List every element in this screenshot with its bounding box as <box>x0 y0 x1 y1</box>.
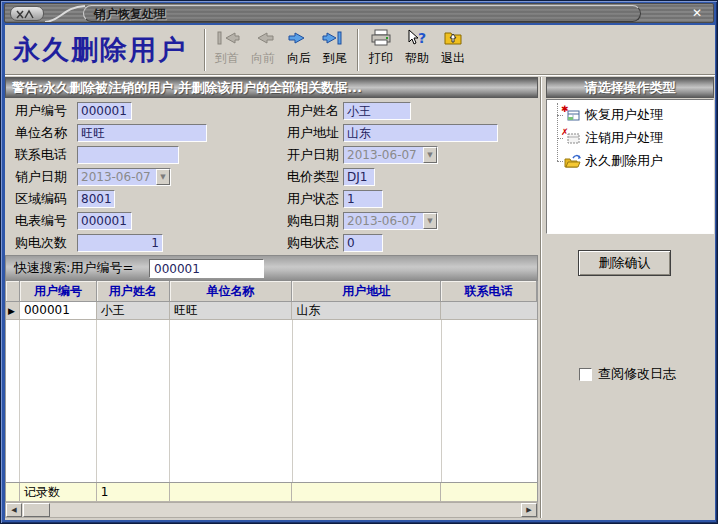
go-last-button[interactable]: 到尾 <box>317 28 353 72</box>
user-status-field[interactable]: 1 <box>343 190 383 208</box>
help-label: 帮助 <box>405 51 429 65</box>
address-field[interactable]: 山东 <box>343 124 498 142</box>
close-icon[interactable]: ✕ <box>689 6 705 21</box>
go-previous-button[interactable]: 向前 <box>245 28 281 72</box>
purchase-count-field[interactable]: 1 <box>77 234 163 252</box>
user-id-label: 用户编号 <box>15 102 77 120</box>
print-button[interactable]: 打印 <box>363 28 399 72</box>
action-button-group: 打印 ? 帮助 <box>363 28 471 72</box>
search-bar: 快速搜索:用户编号= <box>5 255 538 281</box>
tree-item-restore-user[interactable]: ✱ 恢复用户处理 <box>563 105 663 125</box>
toolbar-separator <box>204 29 206 71</box>
view-log-label: 查阅修改日志 <box>598 365 676 383</box>
user-id-field[interactable]: 000001 <box>77 102 132 120</box>
column-header-user-id[interactable]: 用户编号 <box>20 281 97 302</box>
new-mark-icon: ✱ <box>561 104 569 114</box>
table-cell-user-id[interactable]: 000001 <box>20 302 97 320</box>
meter-no-label: 电表编号 <box>15 212 77 230</box>
open-date-value: 2013-06-07 <box>344 147 423 163</box>
close-date-field[interactable]: 2013-06-07 ▼ <box>77 168 171 186</box>
table-cell-phone[interactable] <box>441 302 537 320</box>
exit-button[interactable]: 退出 <box>435 28 471 72</box>
user-table: 用户编号 用户姓名 单位名称 用户地址 联系电话 ▶ 000001 小王 旺旺 … <box>5 281 538 518</box>
table-cell-user-name[interactable]: 小王 <box>97 302 170 320</box>
svg-text:?: ? <box>418 30 426 46</box>
scrollbar-thumb[interactable] <box>23 503 50 517</box>
table-cell-unit-name[interactable]: 旺旺 <box>170 302 293 320</box>
table-cell-address[interactable]: 山东 <box>292 302 441 320</box>
column-header-phone[interactable]: 联系电话 <box>441 281 537 302</box>
titlebar-swoosh <box>45 4 85 23</box>
view-log-checkbox-row[interactable]: 查阅修改日志 <box>579 365 676 383</box>
column-header-user-name[interactable]: 用户姓名 <box>97 281 170 302</box>
go-previous-icon <box>250 28 276 48</box>
table-footer-row: 记录数 1 <box>6 482 537 502</box>
purchase-date-field[interactable]: 2013-06-07 ▼ <box>343 212 438 230</box>
operation-tree: ✱ 恢复用户处理 ✗ 注销用户处理 <box>546 99 714 234</box>
footer-selector-cell <box>6 483 20 502</box>
phone-label: 联系电话 <box>15 146 77 164</box>
tree-item-delete-user[interactable]: 永久删除用户 <box>563 151 663 171</box>
help-button[interactable]: ? 帮助 <box>399 28 435 72</box>
purchase-date-label: 购电日期 <box>287 212 343 230</box>
tree-item-cancel-user[interactable]: ✗ 注销用户处理 <box>563 128 663 148</box>
meter-no-field[interactable]: 000001 <box>77 212 132 230</box>
delete-confirm-button[interactable]: 删除确认 <box>578 250 671 276</box>
open-date-label: 开户日期 <box>287 146 343 164</box>
column-header-address[interactable]: 用户地址 <box>292 281 441 302</box>
go-first-button[interactable]: 到首 <box>209 28 245 72</box>
go-last-label: 到尾 <box>323 51 347 65</box>
address-label: 用户地址 <box>287 124 343 142</box>
footer-cell <box>441 483 537 502</box>
chevron-down-icon[interactable]: ▼ <box>423 147 437 163</box>
search-input[interactable] <box>149 259 264 278</box>
row-pointer-icon: ▶ <box>8 306 15 316</box>
chevron-down-icon[interactable]: ▼ <box>156 169 170 185</box>
warning-banner: 警告:永久删除被注销的用户,并删除该用户的全部相关数据... <box>5 77 538 98</box>
selector-column-header <box>6 281 20 302</box>
unit-name-field[interactable]: 旺旺 <box>77 124 207 142</box>
checkbox-icon[interactable] <box>579 368 592 381</box>
column-header-unit-name[interactable]: 单位名称 <box>170 281 293 302</box>
horizontal-scrollbar[interactable]: ◀ ▶ <box>5 502 538 518</box>
table-empty-area <box>6 320 537 482</box>
tree-item-label: 恢复用户处理 <box>585 106 663 124</box>
area-code-field[interactable]: 8001 <box>77 190 115 208</box>
printer-icon <box>370 28 392 48</box>
restore-user-icon: ✱ <box>563 108 581 123</box>
print-label: 打印 <box>369 51 393 65</box>
table-header-row: 用户编号 用户姓名 单位名称 用户地址 联系电话 <box>6 281 537 302</box>
vertical-divider <box>540 77 542 518</box>
area-code-label: 区域编码 <box>15 190 77 208</box>
go-next-button[interactable]: 向后 <box>281 28 317 72</box>
scroll-right-icon[interactable]: ▶ <box>521 503 537 517</box>
scroll-left-icon[interactable]: ◀ <box>6 503 22 517</box>
exit-folder-icon <box>442 28 464 48</box>
app-window: 销户恢复处理 ✕ 永久删除用户 到首 <box>0 0 718 524</box>
purchase-status-label: 购电状态 <box>287 234 343 252</box>
user-name-field[interactable]: 小王 <box>343 102 411 120</box>
close-date-label: 销户日期 <box>15 168 77 186</box>
window-title: 销户恢复处理 <box>83 5 641 22</box>
search-label: 快速搜索:用户编号= <box>14 259 133 277</box>
go-first-label: 到首 <box>215 51 239 65</box>
close-date-value: 2013-06-07 <box>78 169 156 185</box>
price-type-field[interactable]: DJ1 <box>343 168 375 186</box>
unit-name-label: 单位名称 <box>15 124 77 142</box>
footer-cell <box>292 483 441 502</box>
delete-user-folder-icon <box>563 154 581 169</box>
open-date-field[interactable]: 2013-06-07 ▼ <box>343 146 438 164</box>
table-row[interactable]: ▶ 000001 小王 旺旺 山东 <box>6 302 537 320</box>
purchase-count-label: 购电次数 <box>15 234 77 252</box>
exit-label: 退出 <box>441 51 465 65</box>
tree-item-label: 永久删除用户 <box>585 152 663 170</box>
row-selector-cell: ▶ <box>6 302 20 320</box>
toolbar: 永久删除用户 到首 <box>5 25 715 75</box>
page-title: 永久删除用户 <box>13 32 187 68</box>
chevron-down-icon[interactable]: ▼ <box>423 213 437 229</box>
record-count-label: 记录数 <box>20 483 97 502</box>
phone-field[interactable] <box>77 146 179 164</box>
go-next-icon <box>286 28 312 48</box>
purchase-status-field[interactable]: 0 <box>343 234 383 252</box>
help-cursor-icon: ? <box>406 28 428 48</box>
